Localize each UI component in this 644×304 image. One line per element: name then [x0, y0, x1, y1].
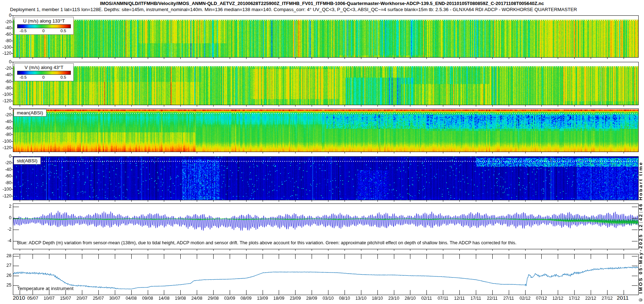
- x-tick-mark: [459, 254, 460, 259]
- x-tick-mark: [509, 249, 509, 251]
- y-tick-label: -2: [1, 227, 11, 232]
- y-tick-mark: [11, 122, 13, 122]
- x-tick-mark: [345, 152, 345, 153]
- y-tick-mark: [11, 88, 13, 88]
- x-tick-mark: [426, 200, 427, 202]
- std-absi-heatmap: [13, 157, 638, 200]
- x-tick-mark: [164, 290, 164, 295]
- x-tick-mark: [213, 58, 214, 59]
- y-tick-mark: [632, 207, 638, 207]
- y-tick-label: 26: [1, 273, 11, 278]
- x-tick-mark: [279, 105, 279, 107]
- x-tick-mark: [295, 58, 296, 59]
- x-tick-mark: [180, 200, 181, 202]
- x-tick-mark: [410, 105, 410, 107]
- x-tick-mark: [410, 200, 410, 202]
- x-tick-mark: [148, 254, 148, 259]
- x-tick-mark: [328, 254, 328, 259]
- x-tick-mark: [591, 58, 591, 59]
- x-tick-mark: [98, 249, 99, 251]
- x-tick-mark: [328, 105, 328, 107]
- y-tick-mark: [11, 115, 13, 115]
- x-tick-mark: [65, 200, 66, 202]
- v-colorbar: [17, 71, 71, 75]
- x-tick-mark: [20, 254, 20, 259]
- x-tick-mark: [246, 200, 247, 202]
- x-tick-mark: [131, 290, 132, 295]
- x-tick-mark: [33, 58, 33, 59]
- x-tick-mark: [525, 105, 526, 107]
- x-tick-mark: [574, 254, 575, 259]
- x-tick-label: 18/10: [370, 296, 385, 301]
- x-tick-mark: [509, 58, 509, 59]
- x-tick-mark: [443, 105, 443, 107]
- x-tick-mark: [115, 200, 115, 202]
- x-tick-mark: [361, 58, 361, 59]
- y-tick-label: -80: [1, 132, 11, 137]
- x-tick-mark: [115, 249, 115, 251]
- x-tick-mark: [213, 152, 214, 153]
- y-tick-mark: [632, 285, 638, 286]
- x-tick-label: 12/12: [550, 296, 566, 301]
- x-tick-mark: [394, 152, 394, 153]
- x-tick-label: 08/09: [238, 296, 254, 301]
- x-tick-mark: [328, 249, 328, 251]
- x-tick-mark: [148, 249, 148, 251]
- x-tick-mark: [574, 58, 575, 59]
- x-tick-mark: [345, 254, 345, 259]
- v-colorbar-ticks: -0.500.5: [17, 75, 71, 80]
- x-tick-mark: [65, 254, 66, 259]
- x-tick-mark: [476, 58, 476, 59]
- y-tick-mark: [11, 22, 13, 22]
- y-tick-label: 25: [1, 283, 11, 288]
- x-tick-label: 07/11: [435, 296, 451, 301]
- x-tick-mark: [459, 105, 460, 107]
- x-tick-mark: [180, 58, 181, 59]
- y-tick-label: -40: [1, 167, 11, 172]
- x-tick-mark: [148, 200, 148, 202]
- x-tick-mark: [443, 254, 443, 259]
- v-legend-title: V (m/s) along 43°T: [17, 65, 71, 71]
- x-tick-mark: [361, 290, 361, 295]
- x-tick-mark: [443, 200, 443, 202]
- x-tick-mark: [65, 58, 66, 59]
- x-tick-mark: [607, 152, 608, 153]
- y-tick-mark: [632, 230, 638, 230]
- x-tick-label: 18/09: [271, 296, 287, 301]
- y-tick-mark: [632, 256, 638, 256]
- y-tick-label: -120: [1, 99, 11, 103]
- x-axis-year-start-label: 2010: [13, 295, 25, 301]
- x-tick-mark: [312, 58, 312, 59]
- y-tick-mark: [11, 183, 13, 183]
- y-tick-label: 0: [1, 60, 11, 64]
- y-tick-mark: [13, 276, 19, 276]
- x-tick-mark: [246, 58, 247, 59]
- x-tick-mark: [164, 105, 164, 107]
- y-tick-label: 0: [1, 106, 11, 111]
- x-tick-mark: [361, 105, 361, 107]
- x-tick-mark: [312, 249, 312, 251]
- x-tick-mark: [279, 249, 279, 251]
- x-tick-mark: [558, 105, 558, 107]
- temperature-label: Temperature at instrument: [17, 286, 74, 291]
- y-tick-label: -100: [1, 139, 11, 144]
- mean-absi-label: mean(ABSI): [14, 109, 47, 117]
- y-tick-mark: [13, 256, 19, 256]
- x-tick-mark: [459, 152, 460, 153]
- x-tick-mark: [624, 105, 624, 107]
- y-tick-mark: [11, 41, 13, 41]
- x-tick-mark: [476, 200, 476, 202]
- x-tick-mark: [426, 254, 427, 259]
- x-tick-mark: [459, 200, 460, 202]
- x-tick-mark: [459, 290, 460, 295]
- y-tick-label: -100: [1, 92, 11, 97]
- x-tick-mark: [525, 200, 526, 202]
- y-tick-mark: [11, 68, 13, 69]
- x-tick-mark: [230, 200, 230, 202]
- x-tick-mark: [131, 152, 132, 153]
- x-tick-mark: [361, 200, 361, 202]
- y-tick-mark: [13, 230, 19, 230]
- y-tick-label: -100: [1, 187, 11, 192]
- x-tick-mark: [230, 254, 230, 259]
- y-tick-mark: [11, 47, 13, 48]
